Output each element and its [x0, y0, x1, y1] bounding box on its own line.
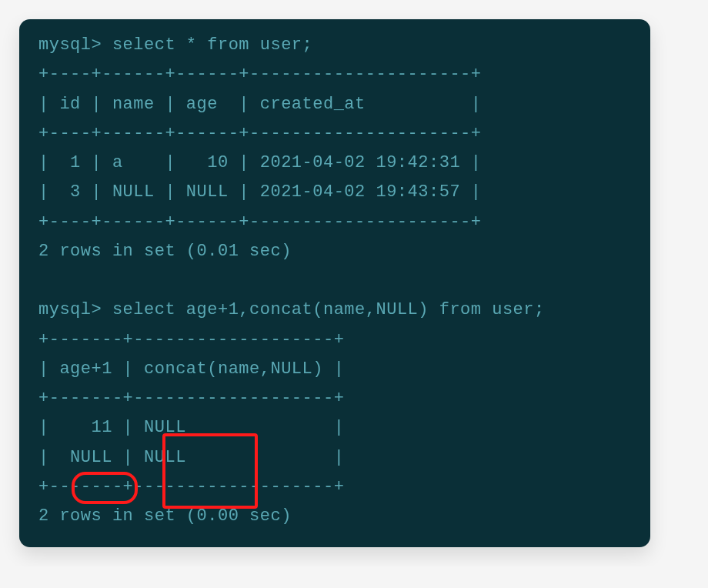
table-separator: +----+------+------+--------------------…	[38, 212, 482, 232]
terminal-window: mysql> select * from user; +----+------+…	[19, 19, 650, 547]
table-row: | 1 | a | 10 | 2021-04-02 19:42:31 |	[38, 153, 482, 172]
table-row: | 3 | NULL | NULL | 2021-04-02 19:43:57 …	[38, 182, 482, 202]
terminal-output: mysql> select * from user; +----+------+…	[38, 31, 631, 532]
table-separator: +-------+-------------------+	[38, 389, 344, 408]
table-row: | NULL | NULL |	[38, 448, 344, 467]
result-status: 2 rows in set (0.00 sec)	[38, 506, 292, 526]
table-separator: +----+------+------+--------------------…	[38, 124, 482, 143]
sql-query-2: select age+1,concat(name,NULL) from user…	[112, 300, 545, 319]
sql-query-1: select * from user;	[112, 35, 312, 55]
table-separator: +-------+-------------------+	[38, 330, 344, 349]
table-separator: +----+------+------+--------------------…	[38, 65, 482, 84]
table-header: | age+1 | concat(name,NULL) |	[38, 359, 344, 379]
mysql-prompt: mysql>	[38, 35, 102, 55]
mysql-prompt: mysql>	[38, 300, 102, 319]
table-header: | id | name | age | created_at |	[38, 95, 482, 114]
result-status: 2 rows in set (0.01 sec)	[38, 242, 292, 261]
table-row: | 11 | NULL |	[38, 418, 344, 437]
table-separator: +-------+-------------------+	[38, 477, 344, 496]
